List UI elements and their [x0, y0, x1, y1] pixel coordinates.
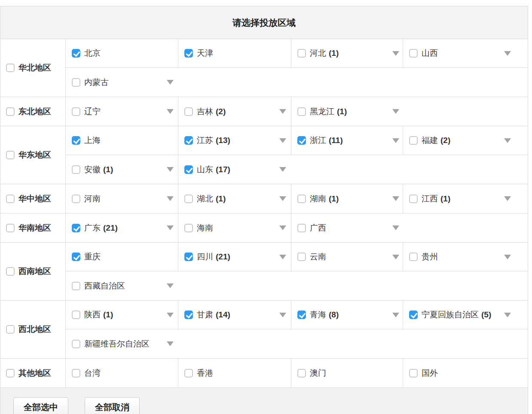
province-option[interactable]: 安徽 (1) — [72, 164, 174, 175]
chevron-down-icon[interactable] — [500, 196, 511, 201]
province-checkbox[interactable] — [297, 136, 306, 145]
province-checkbox[interactable] — [297, 253, 306, 261]
chevron-down-icon[interactable] — [275, 167, 286, 172]
province-option[interactable]: 江西 (1) — [409, 193, 511, 204]
chevron-down-icon[interactable] — [162, 225, 174, 230]
province-checkbox[interactable] — [72, 282, 80, 290]
province-option[interactable]: 广东 (21) — [72, 222, 174, 234]
province-checkbox[interactable] — [409, 49, 418, 58]
region-checkbox[interactable] — [6, 151, 15, 159]
province-checkbox[interactable] — [72, 310, 80, 319]
deselect-all-button[interactable]: 全部取消 — [85, 397, 140, 414]
province-option[interactable]: 澳门 — [297, 368, 399, 379]
region-checkbox[interactable] — [6, 107, 15, 116]
province-option[interactable]: 青海 (8) — [297, 309, 399, 320]
province-option[interactable]: 河北 (1) — [297, 48, 399, 59]
province-checkbox[interactable] — [409, 136, 418, 145]
province-option[interactable]: 吉林 (2) — [184, 106, 286, 117]
province-checkbox[interactable] — [184, 369, 193, 377]
region-group-option[interactable]: 东北地区 — [0, 97, 66, 126]
region-checkbox[interactable] — [6, 325, 15, 334]
province-checkbox[interactable] — [72, 107, 80, 116]
region-group-option[interactable]: 其他地区 — [0, 359, 66, 387]
province-checkbox[interactable] — [184, 107, 193, 116]
chevron-down-icon[interactable] — [275, 313, 286, 317]
province-option[interactable]: 国外 — [409, 368, 511, 379]
chevron-down-icon[interactable] — [162, 196, 174, 201]
province-checkbox[interactable] — [409, 195, 418, 203]
chevron-down-icon[interactable] — [500, 255, 511, 259]
province-option[interactable]: 贵州 — [409, 251, 511, 262]
province-option[interactable]: 山西 — [409, 48, 511, 59]
province-option[interactable]: 湖南 (1) — [297, 193, 399, 204]
province-checkbox[interactable] — [72, 195, 80, 203]
province-checkbox[interactable] — [184, 310, 193, 319]
province-option[interactable]: 天津 — [184, 48, 286, 59]
region-checkbox[interactable] — [6, 224, 15, 232]
chevron-down-icon[interactable] — [500, 313, 511, 317]
province-option[interactable]: 重庆 — [72, 251, 174, 262]
region-group-option[interactable]: 西北地区 — [0, 301, 66, 358]
chevron-down-icon[interactable] — [388, 313, 399, 317]
select-all-button[interactable]: 全部选中 — [13, 397, 68, 414]
region-group-option[interactable]: 西南地区 — [0, 243, 66, 300]
province-option[interactable]: 浙江 (11) — [297, 135, 399, 146]
province-option[interactable]: 广西 — [297, 222, 399, 234]
chevron-down-icon[interactable] — [162, 341, 174, 346]
region-checkbox[interactable] — [6, 64, 15, 72]
chevron-down-icon[interactable] — [275, 138, 286, 143]
province-checkbox[interactable] — [184, 195, 193, 203]
chevron-down-icon[interactable] — [275, 255, 286, 259]
province-checkbox[interactable] — [297, 310, 306, 319]
region-checkbox[interactable] — [6, 369, 15, 377]
province-option[interactable]: 河南 — [72, 193, 174, 204]
chevron-down-icon[interactable] — [275, 225, 286, 230]
chevron-down-icon[interactable] — [500, 138, 511, 143]
province-checkbox[interactable] — [409, 253, 418, 261]
region-group-option[interactable]: 华中地区 — [0, 184, 66, 213]
province-checkbox[interactable] — [72, 165, 80, 174]
province-checkbox[interactable] — [72, 253, 80, 261]
province-checkbox[interactable] — [297, 195, 306, 203]
chevron-down-icon[interactable] — [162, 167, 174, 172]
chevron-down-icon[interactable] — [388, 51, 399, 56]
chevron-down-icon[interactable] — [162, 80, 174, 85]
province-checkbox[interactable] — [72, 49, 80, 58]
province-option[interactable]: 江苏 (13) — [184, 135, 286, 146]
chevron-down-icon[interactable] — [388, 196, 399, 201]
province-option[interactable]: 香港 — [184, 368, 286, 379]
chevron-down-icon[interactable] — [162, 313, 174, 317]
chevron-down-icon[interactable] — [388, 225, 399, 230]
chevron-down-icon[interactable] — [500, 51, 511, 56]
province-checkbox[interactable] — [72, 369, 80, 377]
province-checkbox[interactable] — [409, 369, 418, 377]
chevron-down-icon[interactable] — [162, 109, 174, 114]
province-option[interactable]: 辽宁 — [72, 106, 174, 117]
chevron-down-icon[interactable] — [275, 196, 286, 201]
province-option[interactable]: 上海 — [72, 135, 174, 146]
chevron-down-icon[interactable] — [388, 255, 399, 259]
province-option[interactable]: 北京 — [72, 48, 174, 59]
province-checkbox[interactable] — [409, 310, 418, 319]
province-option[interactable]: 黑龙江 (1) — [297, 106, 399, 117]
chevron-down-icon[interactable] — [275, 109, 286, 114]
region-group-option[interactable]: 华南地区 — [0, 213, 66, 242]
region-group-option[interactable]: 华北地区 — [0, 39, 66, 97]
province-checkbox[interactable] — [72, 136, 80, 145]
province-option[interactable]: 台湾 — [72, 368, 174, 379]
province-checkbox[interactable] — [184, 49, 193, 58]
province-option[interactable]: 云南 — [297, 251, 399, 262]
chevron-down-icon[interactable] — [388, 138, 399, 143]
region-checkbox[interactable] — [6, 195, 15, 203]
province-option[interactable]: 甘肃 (14) — [184, 309, 286, 320]
province-checkbox[interactable] — [297, 49, 306, 58]
province-option[interactable]: 宁夏回族自治区 (5) — [409, 309, 511, 320]
province-checkbox[interactable] — [72, 224, 80, 232]
province-option[interactable]: 山东 (17) — [184, 164, 286, 175]
province-option[interactable]: 四川 (21) — [184, 251, 286, 262]
region-checkbox[interactable] — [6, 267, 15, 276]
province-option[interactable]: 海南 — [184, 222, 286, 234]
province-option[interactable]: 新疆维吾尔自治区 — [72, 338, 174, 350]
province-checkbox[interactable] — [72, 78, 80, 87]
region-group-option[interactable]: 华东地区 — [0, 126, 66, 184]
